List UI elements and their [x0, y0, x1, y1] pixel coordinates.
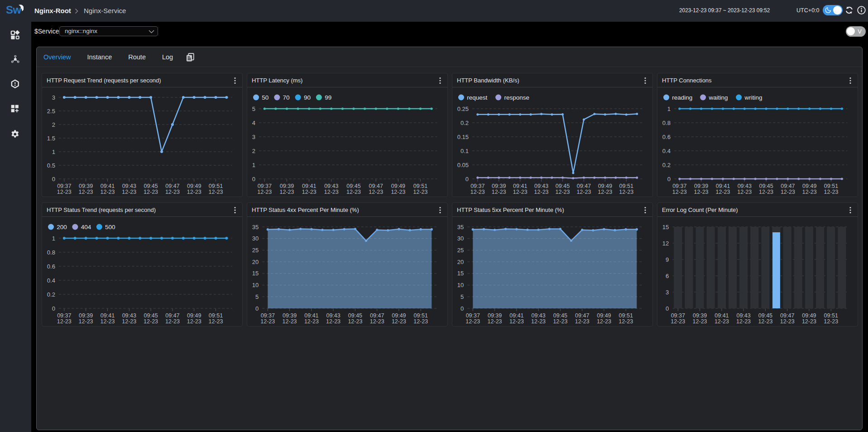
svg-text:09:41: 09:41 — [716, 183, 730, 189]
svg-text:09:51: 09:51 — [209, 312, 223, 319]
svg-text:09:47: 09:47 — [575, 312, 589, 319]
svg-text:12-23: 12-23 — [672, 189, 687, 195]
svg-text:1: 1 — [667, 106, 671, 112]
svg-text:12-23: 12-23 — [101, 318, 115, 325]
svg-text:12-23: 12-23 — [79, 189, 93, 195]
svg-text:09:47: 09:47 — [781, 183, 795, 189]
svg-text:09:45: 09:45 — [758, 312, 772, 319]
svg-text:response: response — [504, 94, 529, 101]
svg-text:09:39: 09:39 — [79, 183, 93, 189]
svg-text:09:45: 09:45 — [553, 312, 567, 319]
svg-text:12-23: 12-23 — [513, 189, 528, 195]
svg-text:0: 0 — [460, 305, 464, 312]
svg-text:12-23: 12-23 — [598, 189, 612, 195]
svg-text:09:49: 09:49 — [392, 312, 406, 319]
svg-text:09:47: 09:47 — [369, 183, 383, 189]
svg-text:12-23: 12-23 — [187, 318, 201, 325]
svg-text:12-23: 12-23 — [348, 318, 362, 325]
svg-text:2: 2 — [52, 121, 55, 128]
svg-text:5: 5 — [252, 106, 255, 112]
svg-text:12-23: 12-23 — [165, 318, 180, 325]
svg-text:request: request — [467, 94, 487, 101]
svg-text:0: 0 — [666, 305, 669, 312]
svg-text:3: 3 — [666, 289, 669, 296]
svg-text:09:51: 09:51 — [824, 312, 838, 319]
svg-text:12-23: 12-23 — [302, 189, 317, 195]
svg-text:12-23: 12-23 — [488, 318, 502, 325]
svg-text:waiting: waiting — [708, 94, 728, 101]
svg-text:09:47: 09:47 — [577, 183, 591, 189]
svg-text:09:49: 09:49 — [187, 183, 201, 189]
svg-text:12-23: 12-23 — [576, 189, 591, 195]
svg-text:12-23: 12-23 — [260, 318, 275, 325]
svg-text:4: 4 — [252, 120, 255, 126]
svg-text:09:37: 09:37 — [672, 183, 686, 189]
svg-text:12-23: 12-23 — [370, 318, 384, 325]
svg-text:0: 0 — [252, 176, 255, 182]
svg-text:09:41: 09:41 — [302, 183, 316, 189]
svg-text:12-23: 12-23 — [79, 318, 93, 325]
svg-text:12: 12 — [662, 240, 669, 247]
svg-text:3: 3 — [52, 94, 55, 101]
svg-text:09:39: 09:39 — [694, 183, 708, 189]
svg-text:0.8: 0.8 — [662, 120, 671, 126]
svg-text:12-23: 12-23 — [619, 318, 633, 325]
svg-text:0: 0 — [465, 176, 469, 182]
svg-text:12-23: 12-23 — [144, 318, 158, 325]
svg-text:12-23: 12-23 — [693, 318, 707, 325]
svg-text:09:43: 09:43 — [122, 183, 136, 189]
svg-text:09:51: 09:51 — [209, 183, 223, 189]
svg-text:12-23: 12-23 — [736, 318, 751, 325]
svg-text:12-23: 12-23 — [781, 189, 795, 195]
svg-text:12-23: 12-23 — [283, 318, 297, 325]
svg-text:09:39: 09:39 — [693, 312, 707, 319]
svg-text:09:43: 09:43 — [534, 183, 548, 189]
svg-text:12-23: 12-23 — [619, 189, 633, 195]
svg-text:25: 25 — [252, 247, 259, 254]
svg-text:90: 90 — [304, 94, 311, 101]
svg-text:70: 70 — [283, 94, 290, 101]
svg-text:99: 99 — [325, 94, 331, 101]
svg-text:12-23: 12-23 — [122, 189, 136, 195]
svg-text:12-23: 12-23 — [780, 318, 795, 325]
svg-text:09:39: 09:39 — [488, 312, 502, 319]
svg-text:12-23: 12-23 — [465, 318, 480, 325]
svg-text:12-23: 12-23 — [556, 189, 570, 195]
svg-text:09:43: 09:43 — [738, 183, 752, 189]
svg-text:0.2: 0.2 — [662, 162, 671, 168]
svg-text:1: 1 — [252, 162, 255, 168]
svg-text:0.5: 0.5 — [47, 162, 55, 169]
svg-text:writing: writing — [744, 94, 762, 101]
svg-text:12-23: 12-23 — [715, 318, 729, 325]
svg-text:404: 404 — [81, 224, 91, 230]
svg-text:09:51: 09:51 — [619, 312, 633, 319]
svg-text:12-23: 12-23 — [324, 189, 339, 195]
svg-text:12-23: 12-23 — [413, 318, 428, 325]
svg-text:09:39: 09:39 — [79, 312, 93, 319]
svg-text:0.6: 0.6 — [47, 263, 55, 270]
svg-text:0.4: 0.4 — [662, 148, 671, 154]
svg-text:09:45: 09:45 — [346, 183, 360, 189]
svg-text:09:47: 09:47 — [165, 183, 179, 189]
svg-text:09:37: 09:37 — [466, 312, 480, 319]
svg-text:12-23: 12-23 — [392, 318, 406, 325]
svg-text:12-23: 12-23 — [802, 318, 816, 325]
svg-text:12-23: 12-23 — [209, 318, 223, 325]
svg-text:09:49: 09:49 — [187, 312, 201, 319]
svg-text:12-23: 12-23 — [716, 189, 730, 195]
svg-text:09:47: 09:47 — [370, 312, 384, 319]
svg-text:09:39: 09:39 — [280, 183, 294, 189]
svg-text:12-23: 12-23 — [758, 318, 772, 325]
svg-text:50: 50 — [262, 94, 269, 101]
svg-text:12-23: 12-23 — [57, 189, 72, 195]
svg-text:12-23: 12-23 — [737, 189, 752, 195]
svg-text:12-23: 12-23 — [534, 189, 549, 195]
svg-text:09:37: 09:37 — [57, 183, 71, 189]
svg-text:09:51: 09:51 — [824, 183, 838, 189]
svg-text:12-23: 12-23 — [144, 189, 158, 195]
svg-text:1.5: 1.5 — [47, 135, 55, 142]
svg-text:25: 25 — [457, 247, 464, 254]
svg-text:15: 15 — [457, 270, 464, 277]
svg-text:09:41: 09:41 — [101, 183, 115, 189]
svg-text:0: 0 — [52, 305, 55, 312]
